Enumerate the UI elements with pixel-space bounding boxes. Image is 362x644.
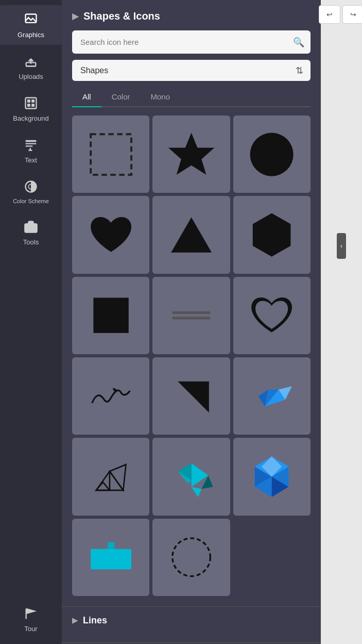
color-scheme-icon — [23, 178, 39, 195]
shapes-grid — [72, 115, 311, 596]
sidebar-label-tour: Tour — [24, 625, 37, 633]
svg-point-20 — [250, 133, 294, 176]
svg-rect-7 — [27, 104, 30, 107]
collapse-arrow-icon: ‹ — [340, 242, 342, 250]
svg-rect-6 — [31, 100, 35, 103]
sidebar-label-graphics: Graphics — [18, 31, 44, 39]
shape-squiggle-heart[interactable] — [72, 357, 149, 435]
uploads-icon — [23, 53, 39, 70]
svg-marker-47 — [108, 542, 114, 549]
sidebar-item-graphics[interactable]: Graphics — [0, 5, 62, 45]
shape-square[interactable] — [72, 277, 149, 354]
sidebar-item-tour[interactable]: Tour — [0, 599, 62, 639]
shape-origami-bird-outline[interactable] — [72, 438, 149, 515]
toolbar-row: ↩ ↪ — [319, 5, 362, 24]
tabs-container: All Color Mono — [72, 87, 311, 107]
shape-blue-geometric-bird[interactable] — [233, 357, 311, 435]
panel-title: Shapes & Icons — [83, 10, 160, 22]
shape-teal-hummingbird[interactable] — [152, 438, 230, 515]
shape-teal-rect[interactable] — [72, 519, 149, 596]
main-panel: ▶ Shapes & Icons 🔍 Shapes Icons All ⇅ Al… — [62, 0, 321, 644]
sidebar-label-tools: Tools — [23, 238, 39, 246]
expand-icon[interactable]: ▶ — [72, 11, 78, 21]
shape-solid-triangle-down[interactable] — [152, 357, 230, 435]
category-dropdown[interactable]: Shapes Icons All — [72, 60, 311, 81]
undo-icon: ↩ — [326, 10, 333, 19]
panel-header: ▶ Shapes & Icons — [62, 0, 321, 30]
svg-point-17 — [26, 618, 27, 619]
lines-header[interactable]: ▶ Lines — [62, 607, 321, 634]
svg-rect-5 — [27, 100, 30, 103]
lines-label: Lines — [83, 615, 107, 626]
svg-marker-38 — [191, 487, 201, 497]
tab-color[interactable]: Color — [101, 87, 141, 106]
lines-expand-icon: ▶ — [72, 616, 78, 624]
shape-star[interactable] — [152, 115, 230, 193]
shape-dashed-circle[interactable] — [152, 519, 230, 596]
lines-section: ▶ Lines — [62, 606, 321, 634]
collapse-handle[interactable]: ‹ — [337, 233, 346, 259]
right-panel: ↩ ↪ ‹ — [321, 0, 362, 644]
svg-rect-24 — [173, 311, 211, 314]
search-container: 🔍 — [72, 30, 311, 54]
svg-marker-21 — [171, 217, 212, 252]
tab-all[interactable]: All — [72, 87, 101, 106]
svg-marker-32 — [110, 465, 126, 490]
shape-circle[interactable] — [233, 115, 311, 193]
svg-rect-11 — [26, 145, 33, 146]
shape-hexagon[interactable] — [233, 196, 311, 273]
sidebar-label-color-scheme: Color Scheme — [13, 198, 49, 204]
background-icon — [23, 95, 39, 111]
sidebar-label-uploads: Uploads — [19, 73, 43, 80]
svg-rect-23 — [93, 298, 128, 333]
shape-heart-outline[interactable] — [233, 277, 311, 354]
redo-button[interactable]: ↪ — [342, 5, 362, 24]
shape-dashed-rect[interactable] — [72, 115, 149, 193]
shape-heart[interactable] — [72, 196, 149, 273]
svg-rect-4 — [26, 98, 37, 109]
tools-icon — [23, 219, 39, 235]
svg-rect-8 — [31, 104, 35, 107]
sidebar-item-background[interactable]: Background — [0, 89, 62, 128]
svg-marker-22 — [253, 213, 291, 256]
tab-mono[interactable]: Mono — [141, 87, 181, 106]
svg-rect-3 — [26, 62, 36, 66]
sidebar-label-text: Text — [25, 156, 37, 164]
sidebar-item-text[interactable]: Text — [0, 130, 62, 170]
svg-rect-25 — [173, 317, 211, 319]
svg-rect-18 — [91, 134, 131, 175]
dropdown-container: Shapes Icons All ⇅ — [72, 60, 311, 81]
sidebar-item-tools[interactable]: Tools — [0, 212, 62, 252]
graphics-icon — [23, 11, 39, 28]
shape-triangle[interactable] — [152, 196, 230, 273]
undo-button[interactable]: ↩ — [319, 5, 340, 24]
sidebar-label-background: Background — [13, 114, 48, 122]
shape-lines[interactable] — [152, 277, 230, 354]
svg-rect-10 — [26, 143, 37, 144]
svg-point-48 — [173, 538, 211, 576]
text-icon — [23, 137, 39, 153]
tour-icon — [23, 605, 39, 622]
redo-icon: ↪ — [350, 10, 356, 19]
shape-blue-polygon[interactable] — [233, 438, 311, 515]
dropdown-wrapper: Shapes Icons All ⇅ — [72, 60, 311, 81]
search-input[interactable] — [72, 30, 311, 54]
svg-rect-9 — [26, 140, 37, 142]
sidebar: Graphics Uploads Background — [0, 0, 62, 644]
search-button[interactable]: 🔍 — [293, 37, 304, 48]
sidebar-item-color-scheme[interactable]: Color Scheme — [0, 172, 62, 210]
svg-rect-46 — [91, 549, 131, 569]
svg-marker-26 — [178, 381, 209, 412]
svg-point-1 — [28, 17, 30, 19]
sidebar-item-uploads[interactable]: Uploads — [0, 47, 62, 87]
svg-marker-19 — [168, 133, 214, 175]
svg-marker-33 — [96, 482, 109, 490]
